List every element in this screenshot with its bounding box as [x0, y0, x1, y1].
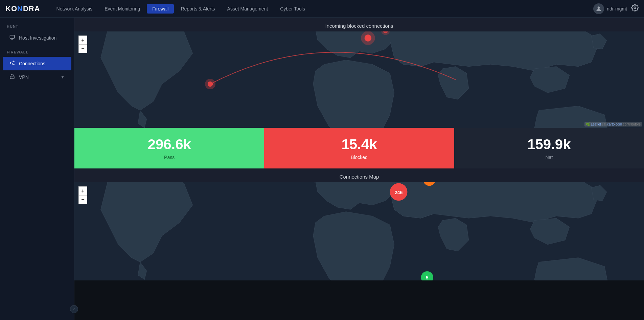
- incoming-blocked-section: Incoming blocked connections: [74, 18, 644, 128]
- world-map-svg: [74, 31, 644, 128]
- svg-text:4: 4: [428, 182, 431, 183]
- top-navigation: KONDRA Network Analysis Event Monitoring…: [0, 0, 644, 18]
- stat-blocked: 15.4k Blocked: [264, 128, 454, 168]
- sidebar-item-host-investigation[interactable]: Host Investigation: [3, 31, 71, 45]
- stat-blocked-value: 15.4k: [341, 136, 377, 153]
- stats-row: 296.6k Pass 15.4k Blocked 159.9k Nat: [74, 128, 644, 168]
- connections-map-zoom-out[interactable]: −: [78, 195, 87, 204]
- settings-icon[interactable]: [631, 4, 639, 13]
- sidebar-section-hunt-label: HUNT: [0, 24, 74, 31]
- incoming-map-attribution: 🌿 Leaflet | © carto.com contributors: [584, 122, 642, 127]
- sidebar-section-firewall: FIREWALL Connections VPN ▼: [0, 50, 74, 84]
- connections-map: 246 4 5 5 2: [74, 182, 644, 280]
- connections-world-map-svg: 246 4 5 5 2: [74, 182, 644, 280]
- svg-rect-6: [10, 76, 14, 78]
- carto-link[interactable]: carto.com: [607, 122, 622, 126]
- leaflet-link[interactable]: Leaflet: [591, 122, 601, 126]
- incoming-map-zoom-out[interactable]: −: [78, 44, 87, 53]
- logo: KONDRA: [5, 4, 40, 13]
- main-content: Incoming blocked connections: [74, 18, 644, 320]
- avatar: [593, 3, 604, 14]
- chevron-down-icon: ▼: [61, 75, 65, 79]
- sidebar-item-connections-label: Connections: [19, 61, 45, 66]
- incoming-blocked-title: Incoming blocked connections: [74, 18, 644, 31]
- nav-firewall[interactable]: Firewall: [147, 4, 174, 14]
- sidebar: HUNT Host Investigation FIREWALL Connect…: [0, 18, 74, 320]
- svg-point-5: [13, 64, 14, 65]
- connections-map-zoom-controls: + −: [78, 186, 87, 204]
- svg-point-3: [10, 63, 11, 64]
- nav-network-analysis[interactable]: Network Analysis: [51, 4, 98, 14]
- incoming-map-zoom-controls: + −: [78, 36, 87, 53]
- main-layout: HUNT Host Investigation FIREWALL Connect…: [0, 18, 644, 320]
- nav-asset-management[interactable]: Asset Management: [222, 4, 274, 14]
- svg-rect-2: [10, 35, 14, 38]
- host-investigation-icon: [9, 35, 15, 41]
- svg-text:5: 5: [426, 275, 429, 280]
- sidebar-section-firewall-label: FIREWALL: [0, 50, 74, 57]
- vpn-icon: [9, 74, 15, 81]
- connections-icon: [9, 60, 15, 67]
- sidebar-collapse-button[interactable]: ‹: [70, 305, 78, 313]
- connections-map-title: Connections Map: [74, 168, 644, 182]
- connections-map-section: Connections Map: [74, 168, 644, 280]
- nav-event-monitoring[interactable]: Event Monitoring: [99, 4, 145, 14]
- sidebar-item-vpn-label: VPN: [19, 74, 29, 80]
- username: ndr-mgmt: [607, 6, 627, 12]
- svg-point-0: [598, 6, 600, 9]
- stat-pass-label: Pass: [164, 155, 175, 160]
- sidebar-item-connections[interactable]: Connections: [3, 57, 71, 70]
- stat-pass: 296.6k Pass: [74, 128, 264, 168]
- svg-text:246: 246: [395, 190, 403, 195]
- sidebar-section-hunt: HUNT Host Investigation: [0, 24, 74, 45]
- stat-nat-label: Nat: [545, 155, 553, 160]
- nav-reports-alerts[interactable]: Reports & Alerts: [175, 4, 220, 14]
- stat-nat: 159.9k Nat: [454, 128, 644, 168]
- stat-nat-value: 159.9k: [527, 136, 571, 153]
- svg-point-1: [634, 7, 636, 9]
- stat-blocked-label: Blocked: [351, 155, 368, 160]
- connections-map-zoom-in[interactable]: +: [78, 186, 87, 195]
- stat-pass-value: 296.6k: [147, 136, 191, 153]
- incoming-blocked-map: + − 🌿 Leaflet | © carto.com contributors: [74, 31, 644, 128]
- nav-right: ndr-mgmt: [593, 3, 639, 14]
- incoming-map-zoom-in[interactable]: +: [78, 36, 87, 44]
- nav-cyber-tools[interactable]: Cyber Tools: [275, 4, 310, 14]
- sidebar-item-vpn[interactable]: VPN ▼: [3, 70, 71, 84]
- sidebar-item-host-investigation-label: Host Investigation: [19, 35, 56, 41]
- svg-point-4: [13, 61, 14, 62]
- nav-user: ndr-mgmt: [593, 3, 627, 14]
- nav-items: Network Analysis Event Monitoring Firewa…: [51, 4, 594, 14]
